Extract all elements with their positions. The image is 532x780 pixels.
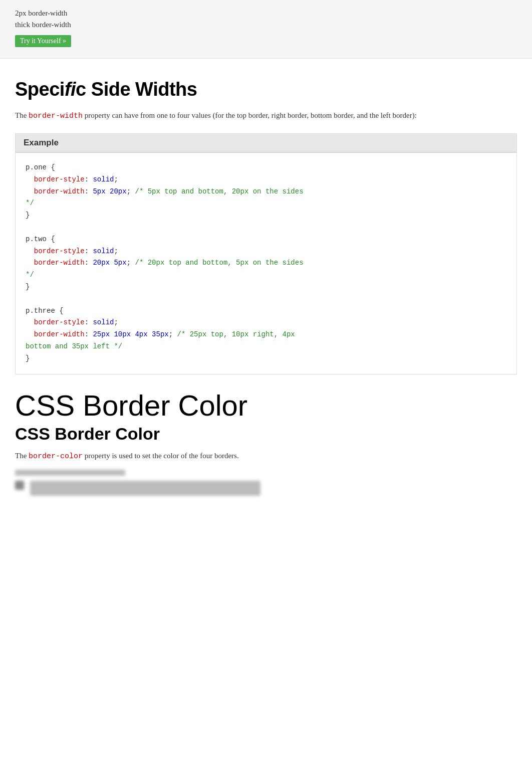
top-demo-section: 2px border-width thick border-width Try … xyxy=(0,0,532,59)
main-content: Specific Side Widths The border-width pr… xyxy=(0,59,532,520)
demo-item-1: 2px border-width xyxy=(15,9,517,18)
intro-paragraph: The border-width property can have from … xyxy=(15,109,517,122)
blurred-items-row xyxy=(15,481,517,500)
border-width-inline-code: border-width xyxy=(29,112,83,120)
title-text-c-side-widths: c Side Widths xyxy=(76,79,197,100)
title-text-fi: fi xyxy=(65,79,76,100)
specific-side-widths-title: Specific Side Widths xyxy=(15,79,517,100)
demo-item-2: thick border-width xyxy=(15,21,517,29)
css-border-color-title-bold: CSS Border Color xyxy=(15,424,517,444)
blurred-content xyxy=(15,470,517,500)
try-it-yourself-button[interactable]: Try it Yourself » xyxy=(15,35,71,47)
blurred-line-wide xyxy=(30,481,260,496)
blurred-icon xyxy=(15,481,24,490)
css-border-color-title-large: CSS Border Color xyxy=(15,389,517,422)
blurred-line-1 xyxy=(15,470,125,476)
example-block: Example p.one { border-style: solid; bor… xyxy=(15,133,517,374)
title-text-speci: Speci xyxy=(15,79,65,100)
example-label: Example xyxy=(16,134,516,152)
border-color-description: The border-color property is used to set… xyxy=(15,452,517,461)
border-color-inline-code: border-color xyxy=(29,452,83,461)
code-block: p.one { border-style: solid; border-widt… xyxy=(16,152,516,374)
